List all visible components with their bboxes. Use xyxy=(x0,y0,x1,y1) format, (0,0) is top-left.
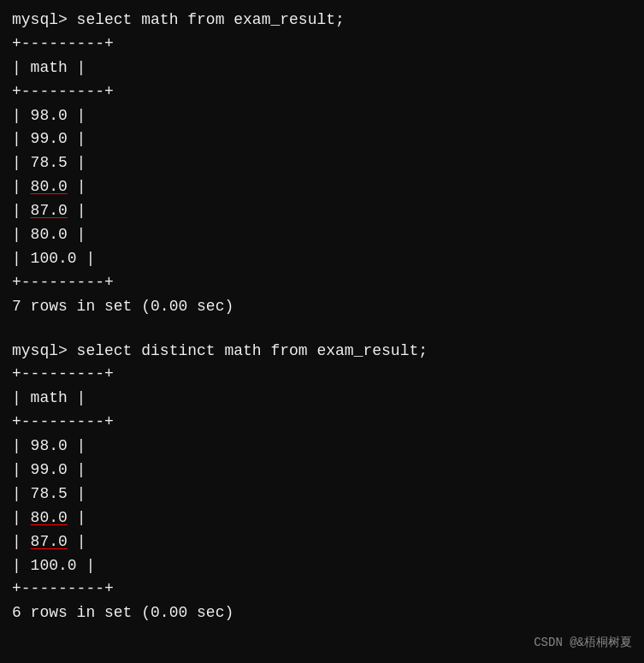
separator-bot-2: +---------+ xyxy=(12,577,632,601)
watermark: CSDN @&梧桐树夏 xyxy=(534,634,632,653)
value-underline: 87.0 xyxy=(31,202,68,219)
header-2: | math | xyxy=(12,387,632,411)
prompt-line-2: mysql> select distinct math from exam_re… xyxy=(12,340,632,364)
value-underline: 80.0 xyxy=(31,509,68,526)
separator-mid-2: +---------+ xyxy=(12,411,632,435)
row-1-4: | 80.0 | xyxy=(12,175,632,199)
row-1-1: | 98.0 | xyxy=(12,104,632,128)
status-1: 7 rows in set (0.00 sec) xyxy=(12,295,632,319)
separator-top-1: +---------+ xyxy=(12,33,632,56)
row-2-3: | 78.5 | xyxy=(12,482,632,506)
row-1-7: | 100.0 | xyxy=(12,247,632,271)
row-1-3: | 78.5 | xyxy=(12,151,632,175)
row-1-6: | 80.0 | xyxy=(12,223,632,247)
block2: mysql> select distinct math from exam_re… xyxy=(12,340,632,626)
terminal-output: mysql> select math from exam_result; +--… xyxy=(12,9,632,625)
row-1-5: | 87.0 | xyxy=(12,199,632,223)
header-1: | math | xyxy=(12,56,632,80)
row-2-6: | 100.0 | xyxy=(12,554,632,578)
separator-mid-1: +---------+ xyxy=(12,80,632,104)
separator-bot-1: +---------+ xyxy=(12,271,632,295)
value-underline: 80.0 xyxy=(31,178,68,195)
value-underline: 87.0 xyxy=(31,533,68,550)
row-2-5: | 87.0 | xyxy=(12,530,632,554)
row-2-2: | 99.0 | xyxy=(12,459,632,482)
block1: mysql> select math from exam_result; +--… xyxy=(12,9,632,319)
row-2-4: | 80.0 | xyxy=(12,506,632,530)
row-2-1: | 98.0 | xyxy=(12,435,632,459)
status-2: 6 rows in set (0.00 sec) xyxy=(12,601,632,625)
separator-top-2: +---------+ xyxy=(12,363,632,387)
row-1-2: | 99.0 | xyxy=(12,127,632,151)
prompt-line-1: mysql> select math from exam_result; xyxy=(12,9,632,33)
